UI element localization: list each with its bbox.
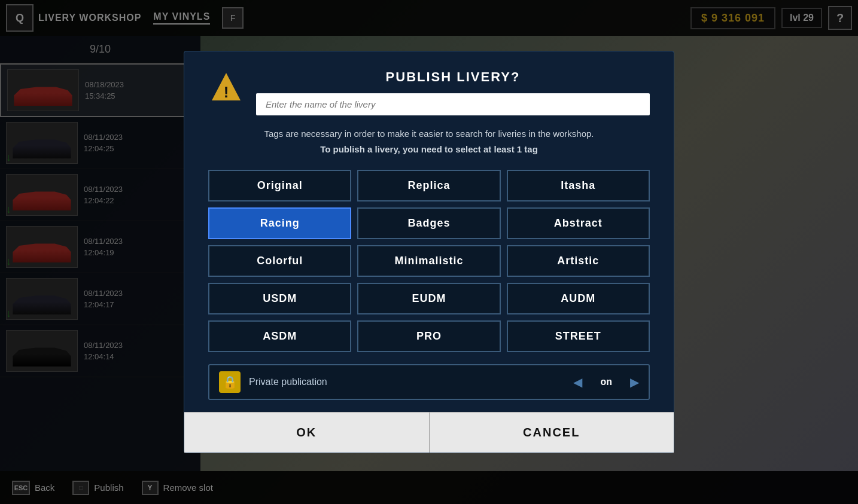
ok-button[interactable]: OK [184,412,430,453]
tag-colorful[interactable]: Colorful [208,245,351,277]
tag-street[interactable]: STREET [507,320,650,352]
modal-tags-info: Tags are necessary in order to make it e… [208,126,650,157]
tag-badges[interactable]: Badges [357,207,500,239]
livery-name-input[interactable] [256,93,650,115]
warning-icon: ! [208,69,244,105]
tag-replica[interactable]: Replica [357,170,500,201]
tags-grid: Original Replica Itasha Racing Badges Ab… [208,170,650,352]
modal-header: ! PUBLISH LIVERY? [208,69,650,115]
toggle-left-button[interactable]: ◀ [573,375,582,389]
tag-eudm[interactable]: EUDM [357,283,500,314]
modal-footer: OK CANCEL [184,412,674,453]
tag-artistic[interactable]: Artistic [507,245,650,277]
svg-text:!: ! [224,83,229,101]
tag-pro[interactable]: PRO [357,320,500,352]
cancel-button[interactable]: CANCEL [430,412,674,453]
private-label: Private publication [249,377,565,387]
private-publication-row: 🔒 Private publication ◀ on ▶ [208,364,650,400]
modal-title: PUBLISH LIVERY? [256,69,650,85]
lock-icon: 🔒 [219,371,241,393]
tag-racing[interactable]: Racing [208,207,351,239]
tag-audm[interactable]: AUDM [507,283,650,314]
tag-original[interactable]: Original [208,170,351,201]
toggle-value: on [600,377,612,387]
modal-overlay: ! PUBLISH LIVERY? Tags are necessary in … [0,0,858,504]
publish-modal: ! PUBLISH LIVERY? Tags are necessary in … [184,51,674,453]
tag-usdm[interactable]: USDM [208,283,351,314]
tag-asdm[interactable]: ASDM [208,320,351,352]
toggle-right-button[interactable]: ▶ [630,375,639,389]
tag-itasha[interactable]: Itasha [507,170,650,201]
tag-abstract[interactable]: Abstract [507,207,650,239]
tag-minimalistic[interactable]: Minimalistic [357,245,500,277]
modal-title-area: PUBLISH LIVERY? [256,69,650,115]
